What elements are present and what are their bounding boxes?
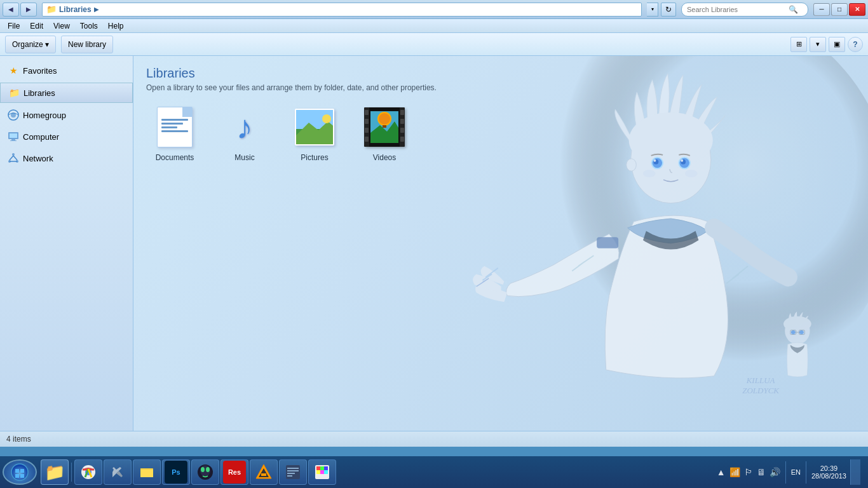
organize-button[interactable]: Organize ▾	[5, 36, 56, 53]
sidebar-item-libraries[interactable]: 📁 Libraries	[0, 83, 133, 103]
items-count: 4 items	[6, 435, 31, 444]
taskbar-chrome[interactable]	[74, 459, 102, 485]
doc-lines	[158, 114, 192, 139]
tray-language[interactable]: EN	[791, 468, 801, 476]
videos-icon	[362, 105, 407, 149]
taskbar-file-manager[interactable]	[133, 459, 161, 485]
refresh-button[interactable]: ↻	[661, 3, 676, 17]
star-icon: ★	[8, 65, 19, 76]
doc-line-3	[161, 126, 177, 128]
svg-rect-42	[365, 128, 369, 133]
taskbar-tools[interactable]	[104, 459, 132, 485]
taskbar-paint[interactable]	[308, 459, 336, 485]
svg-rect-4	[11, 139, 15, 140]
document-file-icon	[157, 107, 193, 147]
svg-point-30	[799, 330, 804, 334]
svg-rect-78	[324, 466, 328, 470]
toolbar-right: ⊞ ▾ ▣ ?	[790, 37, 863, 52]
tray-up-arrow[interactable]: ▲	[717, 467, 726, 477]
sidebar-item-computer[interactable]: Computer	[0, 127, 133, 146]
music-label: Music	[234, 153, 254, 162]
svg-rect-71	[287, 468, 299, 469]
svg-rect-76	[316, 466, 320, 470]
svg-rect-57	[20, 474, 24, 478]
svg-point-24	[643, 170, 655, 177]
icons-grid: Documents ♪ Music	[146, 105, 855, 162]
watermark-line2: ZOLDYCK	[742, 386, 779, 396]
taskbar-photoshop[interactable]: Ps	[162, 459, 190, 485]
close-button[interactable]: ✕	[849, 3, 865, 16]
maximize-button[interactable]: □	[831, 3, 848, 16]
menu-help[interactable]: Help	[103, 20, 129, 32]
system-clock[interactable]: 20:39 28/08/2013	[811, 464, 846, 480]
music-note-icon: ♪	[236, 111, 253, 144]
page-title: Libraries	[146, 66, 855, 81]
svg-rect-45	[400, 119, 404, 124]
pane-button[interactable]: ▣	[829, 37, 845, 52]
svg-rect-46	[400, 128, 404, 133]
videos-filmstrip-icon	[364, 107, 405, 147]
help-button[interactable]: ?	[848, 37, 863, 52]
pictures-label: Pictures	[301, 153, 328, 162]
sidebar-item-homegroup[interactable]: Homegroup	[0, 105, 133, 125]
taskbar: 📁 Ps	[0, 456, 868, 488]
taskbar-explorer-window[interactable]: 📁	[41, 459, 69, 485]
library-documents[interactable]: Documents	[146, 105, 203, 162]
svg-rect-26	[597, 237, 618, 248]
minimize-button[interactable]: ─	[813, 3, 830, 16]
sidebar: ★ Favorites 📁 Libraries Homegroup	[0, 56, 133, 431]
taskbar-vlc[interactable]	[250, 459, 278, 485]
search-bar[interactable]: 🔍	[681, 3, 808, 17]
svg-rect-47	[400, 137, 404, 142]
forward-button[interactable]: ▶	[20, 3, 37, 17]
address-dropdown-button[interactable]: ▾	[647, 3, 658, 17]
library-pictures[interactable]: Pictures	[286, 105, 343, 162]
menu-tools[interactable]: Tools	[75, 20, 103, 32]
tray-network-icon[interactable]: 📶	[729, 467, 740, 477]
taskbar-resizer[interactable]: Res	[220, 459, 248, 485]
svg-rect-80	[320, 470, 324, 474]
menu-view[interactable]: View	[48, 20, 75, 32]
toolbar: Organize ▾ New library ⊞ ▾ ▣ ?	[0, 33, 868, 56]
content-area: Libraries Open a library to see your fil…	[133, 56, 868, 431]
main-container: ★ Favorites 📁 Libraries Homegroup	[0, 56, 868, 431]
search-input[interactable]	[687, 6, 789, 13]
pictures-frame-icon	[295, 109, 334, 146]
taskbar-settings-app[interactable]	[279, 459, 307, 485]
svg-point-27	[785, 318, 810, 344]
sidebar-item-network[interactable]: Network	[0, 149, 133, 168]
homegroup-label: Homegroup	[23, 111, 66, 120]
svg-point-29	[791, 330, 796, 334]
watermark-line1: KILLUA	[742, 376, 779, 386]
sidebar-item-favorites[interactable]: ★ Favorites	[0, 61, 133, 80]
taskbar-alien-app[interactable]	[191, 459, 219, 485]
sidebar-computer-section: Computer	[0, 127, 133, 146]
start-button[interactable]	[3, 459, 37, 485]
view-large-icon[interactable]: ⊞	[790, 37, 807, 52]
library-videos[interactable]: Videos	[356, 105, 413, 162]
videos-label: Videos	[373, 153, 396, 162]
music-icon: ♪	[222, 105, 267, 149]
address-bar[interactable]: 📁 Libraries ▶	[42, 3, 642, 17]
tray-separator	[785, 461, 786, 484]
show-desktop-button[interactable]	[850, 459, 860, 485]
taskbar-tray: ▲ 📶 🏳 🖥 🔊 EN 20:39 28/08/2013	[712, 459, 865, 485]
new-library-button[interactable]: New library	[61, 36, 113, 53]
tray-display-icon[interactable]: 🖥	[757, 467, 766, 477]
menu-file[interactable]: File	[3, 20, 25, 32]
taskbar-separator	[71, 463, 72, 482]
menu-bar: File Edit View Tools Help	[0, 19, 868, 33]
sidebar-libraries-section: 📁 Libraries	[0, 83, 133, 103]
back-button[interactable]: ◀	[3, 3, 19, 17]
status-bar: 4 items	[0, 431, 868, 447]
tray-volume-icon[interactable]: 🔊	[770, 467, 780, 477]
computer-label: Computer	[23, 132, 59, 142]
library-music[interactable]: ♪ Music	[216, 105, 273, 162]
svg-rect-70	[286, 465, 300, 479]
menu-edit[interactable]: Edit	[25, 20, 48, 32]
documents-label: Documents	[156, 153, 194, 162]
clock-time: 20:39	[811, 464, 846, 472]
tray-flag-icon[interactable]: 🏳	[744, 467, 753, 477]
view-dropdown-button[interactable]: ▾	[810, 37, 826, 52]
svg-rect-32	[799, 330, 804, 334]
